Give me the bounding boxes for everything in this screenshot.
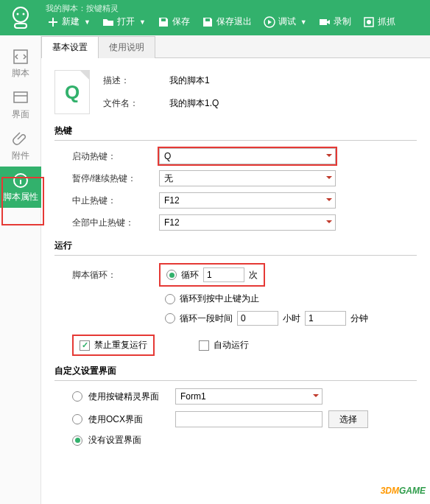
loop-mins-input[interactable] (305, 311, 346, 326)
window-title: 我的脚本：按键精灵 (46, 3, 119, 14)
loop-n-input[interactable] (203, 267, 244, 282)
choose-button[interactable]: 选择 (328, 410, 368, 428)
debug-button[interactable]: 调试▼ (258, 13, 313, 31)
ui-qm-radio[interactable] (72, 391, 82, 402)
loop-hours-label: 小时 (283, 312, 300, 325)
loop-stop-radio[interactable] (165, 294, 175, 304)
filename-label: 文件名： (103, 97, 147, 110)
ui-ocx-input[interactable] (175, 411, 322, 427)
loop-n-text-b: 次 (249, 269, 258, 281)
stopall-hotkey-label: 全部中止热键： (72, 217, 153, 229)
loop-n-radio[interactable] (166, 270, 177, 280)
desc-label: 描述： (103, 74, 147, 87)
ui-ocx-label: 使用OCX界面 (88, 413, 169, 426)
hotkey-section-header: 热键 (54, 122, 417, 141)
capture-icon (363, 16, 375, 28)
no-repeat-label: 禁止重复运行 (94, 339, 147, 351)
pause-hotkey-label: 暂停/继续热键： (72, 172, 153, 185)
ui-none-radio[interactable] (72, 435, 82, 446)
desc-value: 我的脚本1 (169, 74, 210, 87)
plus-icon (47, 16, 59, 28)
svg-point-9 (367, 20, 371, 24)
svg-rect-5 (205, 18, 210, 21)
tab-bar: 基本设置 使用说明 (41, 35, 430, 58)
filename-value: 我的脚本1.Q (169, 97, 219, 110)
no-repeat-checkbox[interactable] (80, 340, 90, 351)
auto-run-checkbox[interactable] (199, 340, 209, 351)
ui-ocx-radio[interactable] (72, 414, 82, 424)
stopall-hotkey-select[interactable]: F12 (159, 214, 336, 231)
save-exit-button[interactable]: 保存退出 (196, 13, 258, 31)
loop-mins-label: 分钟 (350, 312, 368, 325)
folder-icon (102, 16, 114, 28)
loop-label: 脚本循环： (72, 269, 153, 281)
paperclip-icon (12, 130, 29, 148)
capture-button[interactable]: 抓抓 (357, 13, 401, 31)
sidebar-item-attach[interactable]: 附件 (0, 125, 41, 167)
stop-hotkey-select[interactable]: F12 (159, 192, 336, 209)
loop-hours-input[interactable] (237, 311, 278, 326)
loop-stop-label: 循环到按中止键为止 (180, 293, 259, 305)
layout-icon (12, 89, 29, 107)
auto-run-label: 自动运行 (214, 339, 249, 351)
script-file-icon: Q (54, 70, 90, 114)
save-button[interactable]: 保存 (152, 13, 196, 31)
tab-basic[interactable]: 基本设置 (41, 36, 99, 58)
tab-help[interactable]: 使用说明 (98, 36, 155, 58)
sidebar-item-props[interactable]: 脚本属性 (0, 167, 41, 208)
ui-qm-label: 使用按键精灵界面 (88, 391, 169, 403)
play-icon (264, 16, 275, 28)
left-sidebar: 脚本 界面 附件 脚本属性 (0, 35, 41, 504)
svg-rect-4 (161, 18, 166, 21)
no-repeat-highlight: 禁止重复运行 (72, 335, 155, 356)
start-hotkey-select[interactable]: Q (159, 148, 336, 164)
sidebar-item-script[interactable]: 脚本 (0, 43, 41, 84)
svg-point-14 (19, 176, 21, 178)
svg-point-2 (23, 13, 25, 15)
svg-point-1 (17, 13, 19, 15)
new-button[interactable]: 新建▼ (41, 13, 96, 31)
run-section-header: 运行 (54, 237, 417, 256)
svg-rect-3 (15, 24, 27, 28)
ui-qm-select[interactable]: Form1 (175, 388, 322, 405)
code-icon (12, 48, 29, 66)
ui-none-label: 没有设置界面 (88, 434, 141, 447)
svg-rect-7 (320, 19, 327, 25)
start-hotkey-label: 启动热键： (72, 150, 153, 163)
sidebar-item-ui[interactable]: 界面 (0, 84, 41, 125)
app-logo (0, 0, 41, 35)
svg-rect-15 (20, 180, 21, 184)
save-exit-icon (202, 16, 214, 28)
info-icon (12, 172, 29, 189)
loop-n-text-a: 循环 (181, 269, 199, 281)
record-button[interactable]: 录制 (313, 13, 357, 31)
open-button[interactable]: 打开▼ (96, 13, 152, 31)
loop-time-text-a: 循环一段时间 (180, 312, 233, 325)
stop-hotkey-label: 中止热键： (72, 195, 153, 207)
save-icon (158, 16, 169, 28)
svg-rect-11 (14, 92, 27, 102)
loop-time-radio[interactable] (165, 313, 175, 323)
custom-section-header: 自定义设置界面 (54, 362, 417, 381)
camera-icon (319, 16, 331, 28)
watermark: 3DMGAME (381, 483, 426, 497)
loop-n-option-highlight: 循环 次 (159, 263, 265, 287)
pause-hotkey-select[interactable]: 无 (159, 170, 336, 186)
svg-point-0 (13, 7, 28, 22)
